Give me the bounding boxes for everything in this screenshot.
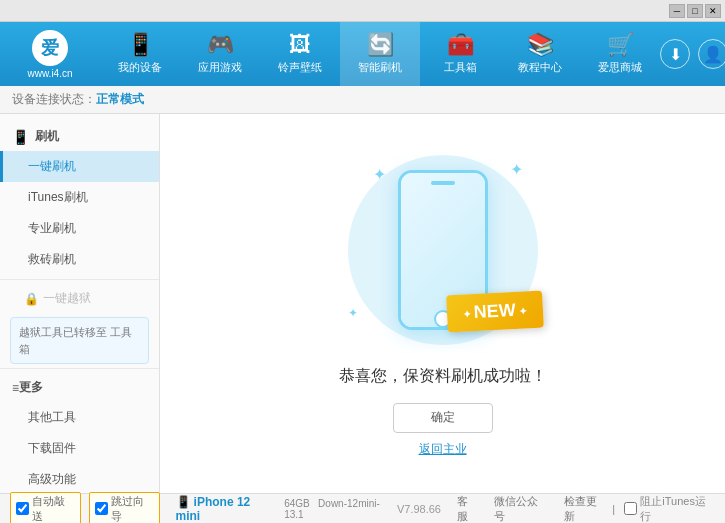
sidebar-item-advanced[interactable]: 高级功能 — [0, 464, 159, 493]
user-button[interactable]: 👤 — [698, 39, 725, 69]
sidebar-info-box: 越狱工具已转移至 工具箱 — [10, 317, 149, 364]
block-itunes-label: 阻止iTunes运行 — [640, 494, 715, 524]
nav-my-device[interactable]: 📱 我的设备 — [100, 22, 180, 86]
nav-wallpaper-label: 铃声壁纸 — [278, 60, 322, 75]
apps-games-icon: 🎮 — [207, 34, 234, 56]
illustration-container: ✦ ✦ ✦ NEW — [333, 150, 553, 350]
nav-smart-flash-label: 智能刷机 — [358, 60, 402, 75]
skip-wizard-label[interactable]: 跳过向导 — [89, 492, 160, 524]
nav-apps-games-label: 应用游戏 — [198, 60, 242, 75]
sidebar-section-more: ≡ 更多 — [0, 373, 159, 402]
content-area: ✦ ✦ ✦ NEW 恭喜您，保资料刷机成功啦！ 确定 返回主业 — [160, 114, 725, 493]
bottom-bar: 自动敲送 跳过向导 📱 iPhone 12 mini 64GB Down-12m… — [0, 493, 725, 523]
nav-tutorials-label: 教程中心 — [518, 60, 562, 75]
window-controls: ─ □ ✕ — [669, 4, 721, 18]
header: 爱 www.i4.cn 📱 我的设备 🎮 应用游戏 🖼 铃声壁纸 🔄 智能刷机 … — [0, 22, 725, 86]
bottom-right: V7.98.66 客服 微信公众号 检查更新 — [397, 494, 606, 524]
store-icon: 🛒 — [607, 34, 634, 56]
toolbox-icon: 🧰 — [447, 34, 474, 56]
flash-section-icon: 📱 — [12, 129, 29, 145]
tutorials-icon: 📚 — [527, 34, 554, 56]
bottom-left: 自动敲送 跳过向导 📱 iPhone 12 mini 64GB Down-12m… — [10, 492, 397, 524]
sidebar-item-save-flash[interactable]: 救砖刷机 — [0, 244, 159, 275]
sidebar-divider-1 — [0, 279, 159, 280]
support-link[interactable]: 客服 — [457, 494, 478, 524]
logo-area: 爱 www.i4.cn — [0, 22, 100, 86]
sidebar-item-pro-flash[interactable]: 专业刷机 — [0, 213, 159, 244]
block-itunes-checkbox[interactable] — [624, 502, 637, 515]
back-home-link[interactable]: 返回主业 — [419, 441, 467, 458]
status-bar: 设备连接状态： 正常模式 — [0, 86, 725, 114]
header-right-controls: ⬇ 👤 — [660, 22, 725, 86]
nav-store-label: 爱思商城 — [598, 60, 642, 75]
skip-wizard-checkbox[interactable] — [95, 502, 108, 515]
nav-toolbox-label: 工具箱 — [444, 60, 477, 75]
title-bar: ─ □ ✕ — [0, 0, 725, 22]
more-section-icon: ≡ — [12, 381, 19, 395]
nav-tutorials[interactable]: 📚 教程中心 — [500, 22, 580, 86]
sidebar-item-download-firmware[interactable]: 下载固件 — [0, 433, 159, 464]
status-label: 设备连接状态： — [12, 91, 96, 108]
nav-store[interactable]: 🛒 爱思商城 — [580, 22, 660, 86]
lock-icon: 🔒 — [24, 292, 39, 306]
version-label: V7.98.66 — [397, 503, 441, 515]
sidebar: 📱 刷机 一键刷机 iTunes刷机 专业刷机 救砖刷机 🔒 一键越狱 越狱工具… — [0, 114, 160, 493]
logo-icon: 爱 — [32, 30, 68, 66]
success-message: 恭喜您，保资料刷机成功啦！ — [339, 366, 547, 387]
update-link[interactable]: 检查更新 — [564, 494, 607, 524]
nav-toolbox[interactable]: 🧰 工具箱 — [420, 22, 500, 86]
itunes-block: | 阻止iTunes运行 — [606, 494, 715, 524]
download-button[interactable]: ⬇ — [660, 39, 690, 69]
auto-dismiss-label[interactable]: 自动敲送 — [10, 492, 81, 524]
sparkle-icon-3: ✦ — [348, 306, 358, 320]
close-button[interactable]: ✕ — [705, 4, 721, 18]
sidebar-section-flash: 📱 刷机 — [0, 122, 159, 151]
nav-bar: 📱 我的设备 🎮 应用游戏 🖼 铃声壁纸 🔄 智能刷机 🧰 工具箱 📚 教程中心… — [100, 22, 725, 86]
device-storage: 64GB — [284, 498, 310, 509]
nav-smart-flash[interactable]: 🔄 智能刷机 — [340, 22, 420, 86]
sidebar-item-one-key-flash[interactable]: 一键刷机 — [0, 151, 159, 182]
sidebar-item-jailbreak-disabled: 🔒 一键越狱 — [0, 284, 159, 313]
auto-dismiss-checkbox[interactable] — [16, 502, 29, 515]
sidebar-item-other-tools[interactable]: 其他工具 — [0, 402, 159, 433]
skip-wizard-text: 跳过向导 — [111, 494, 154, 524]
device-details: 64GB Down-12mini-13.1 — [284, 498, 397, 520]
device-info: 📱 iPhone 12 mini — [176, 495, 277, 523]
smart-flash-icon: 🔄 — [367, 34, 394, 56]
sidebar-item-itunes-flash[interactable]: iTunes刷机 — [0, 182, 159, 213]
wechat-link[interactable]: 微信公众号 — [494, 494, 547, 524]
new-badge: NEW — [446, 290, 543, 332]
status-value: 正常模式 — [96, 91, 144, 108]
phone-notch — [431, 181, 455, 185]
sparkle-icon-2: ✦ — [510, 160, 523, 179]
confirm-button[interactable]: 确定 — [393, 403, 493, 433]
auto-dismiss-text: 自动敲送 — [32, 494, 75, 524]
maximize-button[interactable]: □ — [687, 4, 703, 18]
my-device-icon: 📱 — [127, 34, 154, 56]
logo-subtitle: www.i4.cn — [27, 68, 72, 79]
sidebar-divider-2 — [0, 368, 159, 369]
jailbreak-label: 一键越狱 — [43, 290, 91, 307]
sidebar-section-more-label: 更多 — [19, 379, 43, 396]
nav-apps-games[interactable]: 🎮 应用游戏 — [180, 22, 260, 86]
sidebar-section-flash-label: 刷机 — [35, 128, 59, 145]
nav-my-device-label: 我的设备 — [118, 60, 162, 75]
minimize-button[interactable]: ─ — [669, 4, 685, 18]
main-content: 📱 刷机 一键刷机 iTunes刷机 专业刷机 救砖刷机 🔒 一键越狱 越狱工具… — [0, 114, 725, 493]
device-phone-icon: 📱 — [176, 495, 191, 509]
wallpaper-icon: 🖼 — [289, 34, 311, 56]
nav-wallpaper[interactable]: 🖼 铃声壁纸 — [260, 22, 340, 86]
